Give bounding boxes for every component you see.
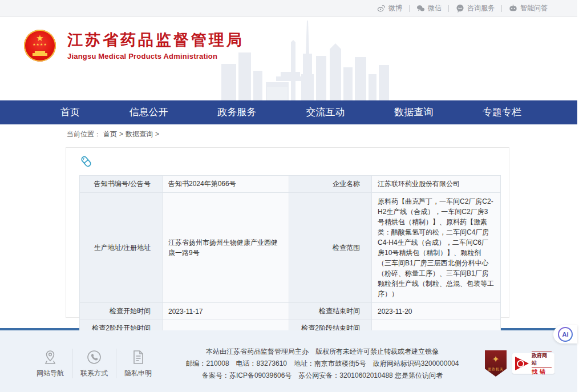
notice-number-value: 告知书2024年第066号 <box>163 176 289 193</box>
robot-icon <box>509 4 517 13</box>
city-skyline-graphic <box>221 19 392 100</box>
site-footer: 网站导航 联系方式 隐私申明 本站由江苏省药品监督管理局主办 版权所有未经许可禁… <box>0 330 577 392</box>
inspection-start-label: 检查开始时间 <box>80 303 163 320</box>
nav-item-home[interactable]: 首页 <box>57 100 83 124</box>
shield-badge-label: 党政机关 <box>485 367 507 372</box>
site-map-link[interactable]: 网站导航 <box>29 349 72 378</box>
topbar-divider <box>448 5 449 12</box>
top-utility-bar: 微博 微信 咨询服务 智能问答 <box>0 0 577 17</box>
footer-line-contact: 邮编：210008 电话：83273610 地址：南京市鼓楼街5号 政府网站标识… <box>160 358 485 370</box>
breadcrumb-data-query-link[interactable]: 数据查询 <box>125 130 153 139</box>
footer-badges: ✦ 党政机关 政府网站 找错 <box>485 350 554 377</box>
magnifier-flag-icon <box>515 357 529 370</box>
site-map-label: 网站导航 <box>37 369 64 378</box>
phone-icon <box>86 349 102 365</box>
table-row: 生产地址/注册地址 江苏省扬州市扬州生物健康产业园健康一路9号 检查范围 原料药… <box>80 193 501 303</box>
breadcrumb: 当前位置： 首页 > 数据查询 > <box>0 124 577 144</box>
find-error-line1: 政府网站 <box>532 351 552 368</box>
smart-qa-label: 智能问答 <box>520 3 548 13</box>
nav-item-special-topics[interactable]: 专题专栏 <box>479 100 525 124</box>
brand-text: 江苏省药品监督管理局 Jiangsu Medical Products Admi… <box>67 31 244 60</box>
topbar-divider <box>501 5 502 12</box>
contact-link[interactable]: 联系方式 <box>72 349 116 378</box>
breadcrumb-separator: > <box>155 130 159 138</box>
site-subtitle: Jiangsu Medical Products Administration <box>67 52 244 60</box>
party-gov-shield-badge[interactable]: ✦ 党政机关 <box>485 350 507 377</box>
primary-nav-inner: 首页 信息公开 政务服务 交流互动 数据查询 专题专栏 <box>57 100 525 124</box>
inspection-scope-value: 原料药【曲克芦丁，一车间C2厂房C2-H2生产线（合成），一车间C2厂房3号精烘… <box>372 193 501 303</box>
weibo-link[interactable]: 微博 <box>377 3 402 13</box>
site-title: 江苏省药品监督管理局 <box>67 31 244 49</box>
wechat-link[interactable]: 微信 <box>416 3 442 13</box>
company-name-label: 企业名称 <box>289 176 372 193</box>
emblem-star: ★ <box>36 34 43 42</box>
weibo-label: 微博 <box>388 3 402 13</box>
nav-item-interaction[interactable]: 交流互动 <box>302 100 348 124</box>
ai-icon: Ai <box>558 327 573 342</box>
inspection-end-label: 检查结束时间 <box>289 303 372 320</box>
find-error-line2: 找错 <box>532 368 552 376</box>
brand: ★ ★★★★ 江苏省药品监督管理局 Jiangsu Medical Produc… <box>24 30 244 62</box>
address-label: 生产地址/注册地址 <box>80 193 163 303</box>
nav-item-gov-services[interactable]: 政务服务 <box>214 100 260 124</box>
site-header: ★ ★★★★ 江苏省药品监督管理局 Jiangsu Medical Produc… <box>0 17 577 100</box>
table-row: 告知书编号/公告号 告知书2024年第066号 企业名称 江苏联环药业股份有限公… <box>80 176 501 193</box>
pill-icon <box>79 155 93 168</box>
company-name-value: 江苏联环药业股份有限公司 <box>372 176 501 193</box>
emblem-gate <box>33 51 47 56</box>
notice-number-label: 告知书编号/公告号 <box>80 176 163 193</box>
detail-panel: 告知书编号/公告号 告知书2024年第066号 企业名称 江苏联环药业股份有限公… <box>66 147 509 318</box>
main-content: 告知书编号/公告号 告知书2024年第066号 企业名称 江苏联环药业股份有限公… <box>0 144 577 324</box>
footer-quick-links: 网站导航 联系方式 隐私申明 <box>29 349 160 378</box>
consult-service-label: 咨询服务 <box>467 3 495 13</box>
primary-nav: 首页 信息公开 政务服务 交流互动 数据查询 专题专栏 <box>0 100 577 124</box>
find-error-text: 政府网站 找错 <box>532 351 552 376</box>
wechat-icon <box>416 4 425 13</box>
smart-qa-link[interactable]: 智能问答 <box>509 3 548 13</box>
contact-label: 联系方式 <box>80 369 108 378</box>
privacy-link[interactable]: 隐私申明 <box>116 349 160 378</box>
wechat-label: 微信 <box>428 3 442 13</box>
footer-line-host: 本站由江苏省药品监督管理局主办 版权所有未经许可禁止转载或者建立镜像 <box>160 346 485 358</box>
address-value: 江苏省扬州市扬州生物健康产业园健康一路9号 <box>163 193 289 303</box>
inspection-scope-label: 检查范围 <box>289 193 372 303</box>
nav-item-data-query[interactable]: 数据查询 <box>391 100 436 124</box>
location-pin-icon <box>42 349 58 365</box>
inspection-end-value: 2023-11-20 <box>372 303 501 320</box>
gov-site-find-error-badge[interactable]: 政府网站 找错 <box>512 353 554 374</box>
ai-assistant-button[interactable]: Ai <box>553 325 577 343</box>
document-icon <box>130 349 146 365</box>
table-row: 检查开始时间 2023-11-17 检查结束时间 2023-11-20 <box>80 303 501 320</box>
national-emblem-logo: ★ ★★★★ <box>24 30 56 62</box>
chat-icon <box>456 4 464 13</box>
footer-info: 本站由江苏省药品监督管理局主办 版权所有未经许可禁止转载或者建立镜像 邮编：21… <box>160 346 485 382</box>
privacy-label: 隐私申明 <box>124 369 152 378</box>
breadcrumb-prefix: 当前位置： <box>67 130 101 139</box>
weibo-icon <box>377 4 386 13</box>
breadcrumb-separator: > <box>119 130 123 138</box>
shield-emblem-icon: ✦ <box>492 355 499 364</box>
ai-icon-label: Ai <box>559 328 572 341</box>
topbar-divider <box>409 5 410 12</box>
emblem-ministars: ★★★★ <box>33 42 47 46</box>
nav-item-info-disclosure[interactable]: 信息公开 <box>126 100 172 124</box>
inspection-start-value: 2023-11-17 <box>163 303 289 320</box>
consult-service-link[interactable]: 咨询服务 <box>456 3 495 13</box>
footer-line-icp: 备案号：苏ICP备09039606号 苏公网安备：32010602010488 … <box>160 370 485 382</box>
breadcrumb-home-link[interactable]: 首页 <box>103 130 117 139</box>
page: 微博 微信 咨询服务 智能问答 <box>0 0 577 392</box>
